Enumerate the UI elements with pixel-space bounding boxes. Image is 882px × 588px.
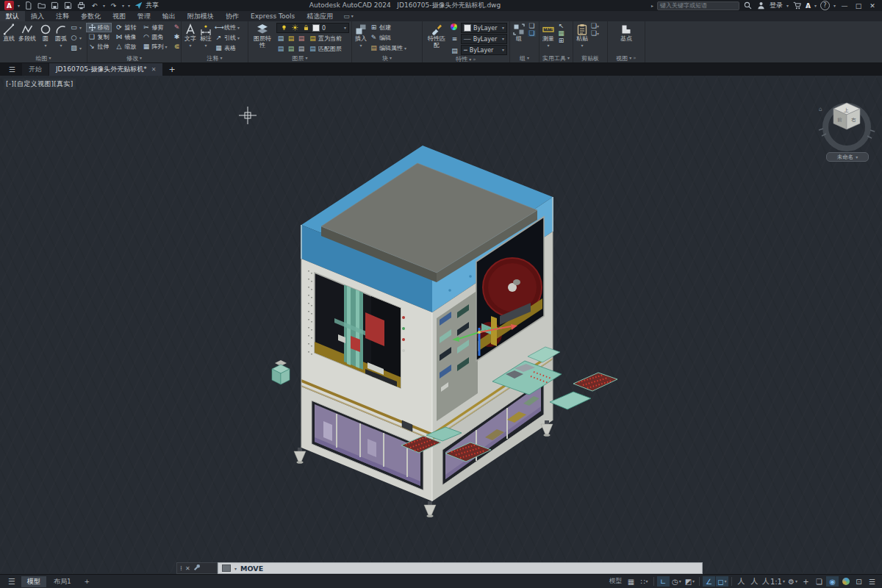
help-button[interactable]: ? (820, 1, 830, 10)
polar-tracking-toggle[interactable]: ◷▾ (670, 576, 683, 587)
rectangle-button[interactable]: ▭▾ (70, 23, 82, 32)
command-input[interactable]: ▾ MOVE (218, 562, 703, 574)
app-menu-caret-icon[interactable]: ▾ (18, 4, 20, 8)
save-as-icon[interactable] (63, 1, 73, 10)
search-icon[interactable] (743, 1, 753, 10)
restore-button[interactable]: □ (853, 2, 864, 10)
panel-label-draw[interactable]: 绘图▾ (0, 54, 87, 62)
command-line-bar[interactable]: ⁞ ✕ ▾ MOVE (176, 562, 703, 574)
share-button[interactable]: 共享 (134, 1, 159, 10)
select-all-icon[interactable]: ▦ (557, 30, 565, 37)
account-caret-icon[interactable]: ▾ (786, 4, 789, 8)
qat-customize-caret-icon[interactable]: ▾ (128, 4, 130, 8)
new-drawing-tab-button[interactable]: + (163, 65, 180, 74)
annotation-scale-control[interactable]: 人 1:1▾ (761, 576, 786, 587)
close-button[interactable]: ✕ (867, 2, 878, 10)
autodesk-mark-icon[interactable]: A (806, 2, 811, 10)
app-store-cart-icon[interactable] (792, 1, 802, 10)
autocad-app-logo[interactable]: A (4, 1, 14, 10)
tab-featured-apps[interactable]: 精选应用 (301, 11, 339, 21)
panel-label-group[interactable]: 组▾ (510, 54, 539, 62)
sign-in-button[interactable]: 登录 (770, 1, 783, 10)
color-dropdown[interactable]: ByLayer▾ (461, 23, 507, 33)
search-input[interactable]: 键入关键字或短语 (657, 1, 739, 10)
snap-toggle[interactable]: ∷▾ (638, 576, 650, 587)
layout-tabs-menu-icon[interactable]: ☰ (4, 577, 20, 587)
rotate-button[interactable]: ⟳旋转 (114, 24, 138, 32)
paste-button[interactable]: 粘贴▾ (576, 23, 589, 54)
scale-button[interactable]: △缩放 (114, 43, 138, 51)
ungroup-icon[interactable]: ❏ (528, 23, 536, 29)
hardware-acceleration-toggle[interactable]: ◉ (826, 576, 839, 587)
minimize-button[interactable]: — (839, 2, 850, 10)
ortho-toggle[interactable]: ∟ (657, 576, 670, 587)
mirror-button[interactable]: ⋈镜像 (114, 33, 138, 41)
fillet-button[interactable]: ◠圆角 (141, 33, 169, 41)
model-viewport[interactable]: [-][自定义视图][真实] (0, 76, 882, 575)
layer-tool-icon[interactable]: ▤ (276, 46, 285, 52)
hatch-button[interactable]: ▨▾ (70, 43, 82, 53)
panel-label-modify[interactable]: 修改▾ (87, 54, 181, 62)
group-edit-icon[interactable]: ❏ (528, 30, 536, 37)
annotation-visibility-toggle[interactable]: 人 (735, 576, 747, 587)
start-tab[interactable]: 开始 (22, 63, 49, 76)
new-file-icon[interactable] (24, 1, 33, 10)
arc-button[interactable]: 圆弧▾ (54, 23, 68, 54)
measure-button[interactable]: 测量▾ (542, 23, 555, 54)
panel-label-layers[interactable]: 图层▾ (248, 54, 351, 62)
set-current-layer-button[interactable]: ▤置为当前 (307, 35, 343, 43)
panel-label-clipboard[interactable]: 剪贴板 (573, 54, 607, 62)
isometric-drafting-toggle[interactable]: ◩▾ (684, 576, 696, 587)
drawing-tab[interactable]: JD160705-摄像头外壳贴标机*✕ (49, 63, 162, 76)
annotation-monitor-toggle[interactable]: + (800, 576, 812, 587)
offset-button[interactable]: ⋐ (172, 43, 182, 50)
tab-annotate[interactable]: 注释 (50, 11, 75, 21)
circle-button[interactable]: 圆▾ (39, 23, 52, 54)
viewcube[interactable]: ⌂ 上 前 右 (819, 103, 875, 148)
explode-button[interactable]: ✱ (172, 34, 182, 40)
layer-dropdown[interactable]: 0 ▾ (276, 23, 349, 33)
layer-tool-icon[interactable]: ▤ (287, 46, 295, 52)
copy-clip-icon[interactable]: ❏▾ (591, 23, 599, 29)
file-tabs-menu-icon[interactable]: ☰ (3, 65, 21, 74)
line-button[interactable]: 直线 (2, 23, 15, 54)
layer-tool-icon[interactable]: ▤ (297, 35, 306, 42)
cut-clip-icon[interactable]: ❏▾ (591, 30, 599, 37)
edit-attributes-button[interactable]: ▤编辑属性▾ (370, 43, 406, 53)
ellipse-button[interactable]: ○▾ (70, 33, 82, 43)
viewcube-front-face[interactable]: 前 (837, 117, 842, 123)
viewcube-home-icon[interactable]: ⌂ (819, 106, 822, 112)
tab-parametric[interactable]: 参数化 (75, 11, 107, 21)
search-expand-icon[interactable]: ▸ (651, 4, 653, 8)
redo-caret-icon[interactable]: ▾ (122, 4, 124, 8)
linetype-d2ropdown[interactable]: ──ByLayer▾ (461, 34, 507, 44)
open-file-icon[interactable] (37, 1, 46, 10)
polyline-button[interactable]: 多段线 (18, 23, 37, 54)
tab-view[interactable]: 视图 (107, 11, 132, 21)
layer-tool-icon[interactable]: ▤ (276, 35, 285, 42)
autodesk-caret-icon[interactable]: ▾ (814, 4, 817, 8)
match-layer-button[interactable]: ▤匹配图层 (307, 45, 343, 53)
panel-label-properties[interactable]: 特性▾» (423, 55, 509, 63)
undo-caret-icon[interactable]: ▾ (103, 4, 105, 8)
tab-collaborate[interactable]: 协作 (220, 11, 245, 21)
group-button[interactable]: 组 (512, 23, 526, 54)
linear-dim-button[interactable]: ⟷线性▾ (215, 23, 240, 32)
insert-block-button[interactable]: 插入▾ (354, 23, 368, 54)
tab-output[interactable]: 输出 (157, 11, 182, 21)
text-button[interactable]: 文字▾ (184, 23, 197, 54)
grid-toggle[interactable]: ▦ (625, 576, 637, 587)
quick-calc-icon[interactable]: ⊞ (557, 37, 565, 44)
recent-commands-caret-icon[interactable]: ▾ (234, 566, 237, 571)
trim-button[interactable]: ✂修剪 (141, 24, 169, 32)
quick-properties-toggle[interactable]: ❏ (813, 576, 825, 587)
close-command-icon[interactable]: ✕ (185, 565, 190, 572)
linetype-icon[interactable]: ≡ (451, 36, 459, 43)
tab-express-tools[interactable]: Express Tools (245, 11, 301, 21)
object-snap-tracking-toggle[interactable]: ∠ (703, 576, 715, 587)
erase-button[interactable]: ✎ (172, 24, 182, 31)
help-caret-icon[interactable]: ▾ (833, 4, 836, 8)
layer-properties-button[interactable]: 图层特性 (251, 23, 274, 54)
panel-label-annotate[interactable]: 注释▾ (182, 54, 248, 62)
viewcube-right-face[interactable]: 右 (851, 117, 856, 123)
